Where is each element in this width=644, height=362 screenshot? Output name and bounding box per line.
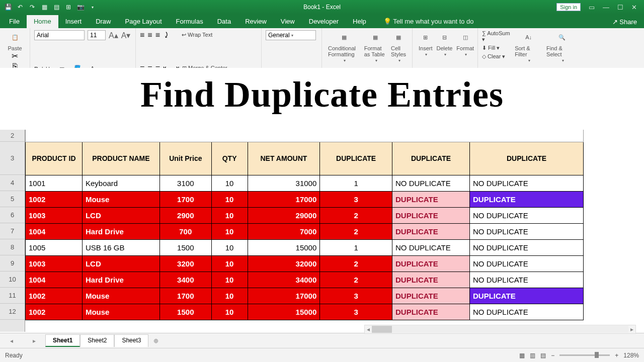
delete-button[interactable]: ⊟Delete [435, 30, 455, 57]
cell[interactable]: NO DUPLICATE [392, 175, 470, 191]
scroll-left-icon[interactable]: ◂ [365, 326, 372, 333]
align-bottom-icon[interactable]: ≡ [155, 31, 160, 40]
sheet-tab-sheet1[interactable]: Sheet1 [45, 334, 80, 347]
cell[interactable]: 1700 [159, 288, 211, 304]
tab-view[interactable]: View [274, 15, 302, 28]
cell[interactable]: 1700 [159, 191, 211, 207]
zoom-level[interactable]: 128% [623, 352, 639, 359]
cell[interactable]: 3 [320, 288, 392, 304]
cell[interactable]: 10 [211, 207, 248, 223]
cell[interactable]: Hard Drive [82, 223, 159, 239]
cell[interactable]: 10 [211, 223, 248, 239]
clear-button[interactable]: ◇ Clear ▾ [482, 53, 513, 60]
cell[interactable]: 700 [159, 223, 211, 239]
zoom-out-icon[interactable]: − [551, 352, 554, 359]
cell[interactable]: 2 [320, 207, 392, 223]
cell[interactable]: DUPLICATE [392, 223, 470, 239]
cell[interactable]: DUPLICATE [392, 191, 470, 207]
maximize-icon[interactable]: ☐ [617, 4, 623, 11]
cell[interactable]: 31000 [248, 175, 320, 191]
row-header[interactable]: 6 [0, 207, 25, 223]
increase-font-icon[interactable]: A▴ [109, 31, 118, 40]
cell[interactable]: 10 [211, 175, 248, 191]
autosum-button[interactable]: ∑ AutoSum ▾ [482, 30, 513, 43]
cell-styles-button[interactable]: ▦Cell Styles [389, 30, 408, 63]
cell[interactable]: LCD [82, 255, 159, 272]
orientation-icon[interactable]: ⤸ [163, 30, 170, 40]
cell[interactable]: 1003 [26, 207, 83, 223]
cell[interactable]: 3 [320, 304, 392, 320]
cell[interactable]: Mouse [82, 304, 159, 320]
cell[interactable]: 3200 [159, 255, 211, 272]
cell[interactable]: NO DUPLICATE [470, 255, 584, 272]
tab-help[interactable]: Help [346, 15, 373, 28]
cell[interactable]: 1002 [26, 288, 83, 304]
cell[interactable]: 10 [211, 191, 248, 207]
scroll-thumb[interactable] [372, 326, 392, 333]
cell[interactable]: 17000 [248, 191, 320, 207]
cell[interactable]: 1003 [26, 255, 83, 272]
cut-icon[interactable]: ✂ [12, 51, 18, 61]
font-size-select[interactable]: 11 [88, 30, 106, 40]
cell[interactable]: NO DUPLICATE [470, 239, 584, 255]
redo-icon[interactable]: ↷ [28, 4, 36, 11]
format-button[interactable]: ◫Format [454, 30, 476, 57]
decrease-font-icon[interactable]: A▾ [121, 31, 131, 40]
column-header[interactable]: QTY [211, 142, 248, 175]
find-select-button[interactable]: 🔍Find & Select [544, 30, 580, 63]
cell[interactable]: 7000 [248, 223, 320, 239]
cell[interactable]: 1 [320, 239, 392, 255]
row-header[interactable]: 7 [0, 223, 25, 239]
cell[interactable]: 3 [320, 191, 392, 207]
cell[interactable]: Mouse [82, 191, 159, 207]
cell[interactable]: 2 [320, 223, 392, 239]
cell[interactable]: 15000 [248, 239, 320, 255]
font-name-select[interactable]: Arial [34, 30, 85, 40]
cell[interactable]: DUPLICATE [392, 288, 470, 304]
sheet-tab-sheet2[interactable]: Sheet2 [80, 334, 114, 347]
cell[interactable]: 10 [211, 288, 248, 304]
cell[interactable]: 29000 [248, 207, 320, 223]
sheet-tab-sheet3[interactable]: Sheet3 [114, 334, 148, 347]
qat-icon[interactable]: ▦ [40, 4, 48, 11]
signin-button[interactable]: Sign in [556, 3, 581, 11]
cell[interactable]: LCD [82, 207, 159, 223]
cell[interactable]: DUPLICATE [392, 304, 470, 320]
sort-filter-button[interactable]: A↓Sort & Filter [513, 30, 544, 63]
row-headers[interactable]: 23456789101112 [0, 130, 25, 332]
data-table[interactable]: PRODUCT IDPRODUCT NAMEUnit PriceQTYNET A… [25, 130, 584, 320]
close-icon[interactable]: ✕ [631, 4, 637, 11]
fill-button[interactable]: ⬇ Fill ▾ [482, 45, 513, 51]
column-header[interactable]: Unit Price [159, 142, 211, 175]
qat-icon[interactable]: ▤ [52, 4, 60, 11]
cell[interactable]: 32000 [248, 255, 320, 272]
spreadsheet-area[interactable]: 23456789101112 PRODUCT IDPRODUCT NAMEUni… [0, 130, 644, 332]
zoom-in-icon[interactable]: + [615, 352, 618, 359]
cell[interactable]: 15000 [248, 304, 320, 320]
cell[interactable]: NO DUPLICATE [470, 304, 584, 320]
qat-dropdown-icon[interactable]: ▾ [89, 5, 97, 10]
format-as-table-button[interactable]: ▦Format as Table [362, 30, 389, 63]
cell[interactable]: 3100 [159, 175, 211, 191]
share-button[interactable]: ↗ Share [605, 16, 644, 28]
cell[interactable]: DUPLICATE [470, 191, 584, 207]
normal-view-icon[interactable]: ▦ [519, 352, 525, 359]
row-header[interactable]: 3 [0, 142, 25, 175]
page-break-icon[interactable]: ▤ [540, 352, 546, 359]
cell[interactable]: 2 [320, 272, 392, 288]
tab-insert[interactable]: Insert [58, 15, 89, 28]
last-sheet-icon[interactable]: ▸ [33, 337, 36, 344]
add-sheet-icon[interactable]: ⊕ [153, 337, 158, 344]
cell[interactable]: NO DUPLICATE [470, 223, 584, 239]
tab-home[interactable]: Home [27, 15, 58, 28]
minimize-icon[interactable]: — [603, 4, 609, 11]
column-header[interactable]: DUPLICATE [392, 142, 470, 175]
cell[interactable]: DUPLICATE [470, 288, 584, 304]
wrap-text-button[interactable]: ↩ Wrap Text [182, 32, 212, 38]
cell[interactable]: DUPLICATE [392, 207, 470, 223]
cell[interactable]: 1002 [26, 304, 83, 320]
cell[interactable]: USB 16 GB [82, 239, 159, 255]
zoom-slider[interactable] [559, 354, 610, 356]
cell[interactable]: 3400 [159, 272, 211, 288]
cell[interactable]: 2900 [159, 207, 211, 223]
